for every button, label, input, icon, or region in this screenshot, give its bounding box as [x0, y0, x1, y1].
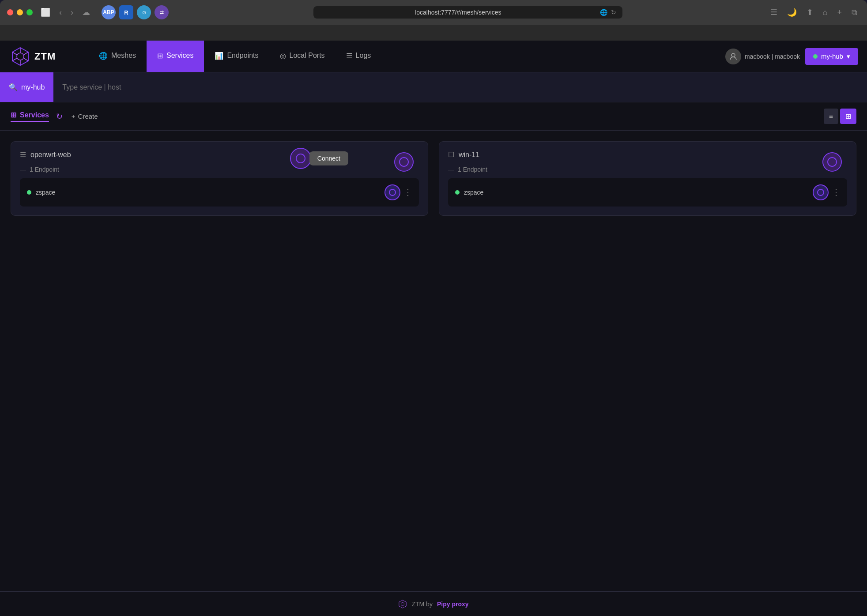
- svg-line-4: [12, 52, 17, 55]
- url-text: localhost:7777/#/mesh/services: [320, 9, 596, 16]
- endpoint-row-win-11-zspace: zspace ⋮: [448, 178, 847, 207]
- nav-item-local-ports[interactable]: ◎ Local Ports: [269, 41, 335, 72]
- translate-page-icon[interactable]: 🌐: [600, 9, 607, 16]
- card-title-win-11: win-11: [459, 151, 479, 159]
- user-avatar: [725, 49, 741, 64]
- ztm-logo-icon: [11, 47, 30, 66]
- forward-button[interactable]: ›: [68, 6, 76, 19]
- service-card-openwrt-web: ☰ openwrt-web Connect — 1 Endpoint: [11, 141, 428, 216]
- extension-icon[interactable]: ⊙: [137, 5, 151, 19]
- app-container: ZTM 🌐 Meshes ⊞ Services 📊 Endpoints ◎ Lo…: [0, 41, 867, 616]
- home-icon[interactable]: ⌂: [820, 6, 830, 19]
- card-action-button-win-11[interactable]: [822, 152, 842, 172]
- cards-area: ☰ openwrt-web Connect — 1 Endpoint: [0, 131, 867, 226]
- card-header-openwrt-web: ☰ openwrt-web: [20, 150, 419, 159]
- share-icon[interactable]: ⬆: [804, 6, 816, 19]
- services-tab-label: Services: [20, 111, 49, 119]
- svg-point-10: [401, 602, 404, 605]
- endpoint-count-openwrt-web: — 1 Endpoint: [20, 166, 419, 173]
- logo-text: ZTM: [34, 51, 56, 62]
- connect-circle-button[interactable]: [290, 148, 311, 169]
- services-tab-icon: ⊞: [11, 111, 16, 119]
- new-tab-icon[interactable]: +: [834, 6, 844, 19]
- footer: ZTM by Pipy proxy: [0, 591, 867, 616]
- services-tab[interactable]: ⊞ Services: [11, 111, 49, 122]
- search-bar: 🔍 my-hub: [0, 72, 867, 102]
- card-action-icon-win-11: [827, 157, 837, 167]
- r-extension-icon[interactable]: R: [119, 5, 133, 19]
- endpoint-row-openwrt-web-zspace: zspace ⋮: [20, 178, 419, 207]
- svg-line-5: [24, 58, 28, 61]
- service-icon-win-11: ☐: [448, 150, 454, 159]
- nav-item-services[interactable]: ⊞ Services: [147, 41, 204, 72]
- services-toolbar: ⊞ Services ↻ + Create ≡ ⊞: [0, 102, 867, 131]
- nav-items: 🌐 Meshes ⊞ Services 📊 Endpoints ◎ Local …: [88, 41, 716, 72]
- reload-icon[interactable]: ↻: [611, 9, 616, 16]
- minimize-traffic-light[interactable]: [17, 9, 23, 15]
- fullscreen-traffic-light[interactable]: [26, 9, 33, 15]
- sidebar-toggle-icon[interactable]: ⬜: [38, 6, 53, 19]
- service-icon-openwrt-web: ☰: [20, 150, 26, 159]
- local-ports-icon: ◎: [280, 52, 286, 60]
- nav-label-local-ports: Local Ports: [290, 52, 325, 60]
- dash-icon-win11: —: [448, 166, 454, 173]
- create-button[interactable]: + Create: [72, 113, 98, 120]
- windows-icon[interactable]: ⧉: [849, 6, 860, 19]
- card-action-icon-openwrt-web: [399, 157, 409, 167]
- close-traffic-light[interactable]: [7, 9, 13, 15]
- endpoint-online-dot-openwrt-web-zspace: [27, 190, 31, 195]
- connect-button[interactable]: Connect: [309, 151, 348, 165]
- svg-line-7: [12, 58, 17, 61]
- endpoint-more-button-openwrt-web-zspace[interactable]: ⋮: [404, 188, 412, 197]
- logs-icon: ☰: [346, 52, 352, 60]
- reader-view-icon[interactable]: ☰: [768, 6, 780, 19]
- nav-label-meshes: Meshes: [111, 52, 136, 60]
- footer-link[interactable]: Pipy proxy: [437, 601, 469, 608]
- list-view-button[interactable]: ≡: [824, 109, 838, 124]
- connect-tooltip-area: Connect: [290, 148, 348, 169]
- meshes-icon: 🌐: [99, 52, 108, 60]
- grid-view-button[interactable]: ⊞: [840, 109, 856, 124]
- hub-button[interactable]: my-hub ▾: [805, 48, 858, 65]
- endpoint-count-win-11: — 1 Endpoint: [448, 166, 847, 173]
- footer-logo-icon: [398, 600, 407, 608]
- translate-icon[interactable]: ⇄: [155, 5, 169, 19]
- nav-item-meshes[interactable]: 🌐 Meshes: [88, 41, 147, 72]
- view-toggle: ≡ ⊞: [824, 109, 856, 124]
- card-header-win-11: ☐ win-11: [448, 150, 847, 159]
- services-nav-icon: ⊞: [157, 52, 163, 60]
- refresh-button[interactable]: ↻: [56, 112, 63, 121]
- nav-label-services: Services: [166, 52, 193, 60]
- card-action-button-openwrt-web[interactable]: [394, 152, 414, 172]
- svg-marker-9: [399, 600, 406, 608]
- endpoint-more-button-win-11-zspace[interactable]: ⋮: [832, 188, 840, 197]
- address-bar[interactable]: localhost:7777/#/mesh/services 🌐 ↻: [313, 6, 622, 19]
- endpoint-action-button-win-11-zspace[interactable]: [813, 184, 829, 200]
- nav-item-logs[interactable]: ☰ Logs: [335, 41, 382, 72]
- top-nav: ZTM 🌐 Meshes ⊞ Services 📊 Endpoints ◎ Lo…: [0, 41, 867, 72]
- tab-bar: [0, 25, 867, 41]
- user-badge: macbook | macbook: [725, 49, 800, 64]
- endpoint-online-dot-win-11-zspace: [455, 190, 460, 195]
- endpoint-action-button-openwrt-web-zspace[interactable]: [384, 184, 400, 200]
- abp-icon[interactable]: ABP: [102, 5, 116, 19]
- nav-item-endpoints[interactable]: 📊 Endpoints: [204, 41, 269, 72]
- connect-circle-icon: [296, 154, 305, 163]
- back-button[interactable]: ‹: [57, 6, 64, 19]
- endpoint-action-icon-win11: [817, 189, 824, 196]
- hub-dropdown-icon: ▾: [847, 53, 850, 60]
- endpoint-name-openwrt-web-zspace: zspace: [36, 189, 380, 196]
- endpoint-actions-openwrt-web-zspace: ⋮: [384, 184, 412, 200]
- endpoints-icon: 📊: [215, 52, 223, 60]
- browser-toolbar-right: ☰ 🌙 ⬆ ⌂ + ⧉: [768, 6, 860, 19]
- endpoint-count-label-win-11: 1 Endpoint: [458, 166, 487, 173]
- endpoint-count-label-openwrt-web: 1 Endpoint: [30, 166, 59, 173]
- cloud-icon: ☁: [79, 6, 93, 19]
- search-tag: 🔍 my-hub: [0, 72, 53, 102]
- create-icon: +: [72, 113, 75, 120]
- traffic-lights: [7, 9, 33, 15]
- dash-icon: —: [20, 166, 26, 173]
- dark-mode-icon[interactable]: 🌙: [784, 6, 799, 19]
- svg-line-6: [24, 52, 28, 55]
- search-input[interactable]: [53, 83, 867, 91]
